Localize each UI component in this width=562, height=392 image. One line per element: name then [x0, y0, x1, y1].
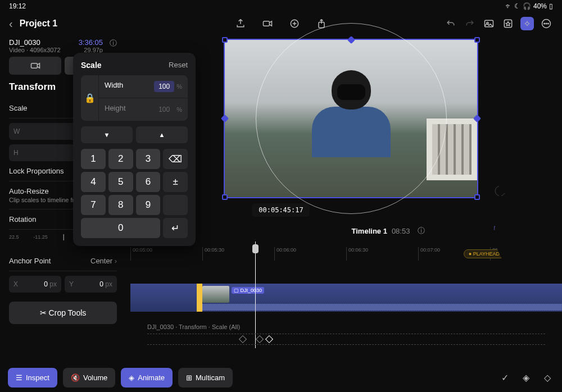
svg-point-10	[548, 23, 549, 24]
bottom-bar: ☰ Inspect 🔇 Volume ◈ Animate ⊞ Multicam …	[0, 363, 562, 392]
numeric-keypad: 1 2 3 ⌫ 4 5 6 ± 7 8 9 0 ↵	[81, 149, 188, 238]
wifi-icon: ᯤ	[505, 2, 512, 10]
photo-icon[interactable]	[482, 17, 496, 30]
undo-button[interactable]	[444, 17, 457, 30]
svg-line-13	[497, 195, 498, 195]
svg-line-22	[496, 188, 496, 189]
volume-button[interactable]: 🔇 Volume	[63, 368, 115, 388]
svg-line-24	[497, 187, 497, 188]
reset-button[interactable]: Reset	[169, 61, 188, 70]
key-0[interactable]: 0	[81, 218, 160, 238]
info-icon[interactable]: ⓘ	[110, 38, 117, 48]
handle-tl[interactable]	[222, 37, 228, 43]
timeline-info-icon[interactable]: ⓘ	[418, 226, 425, 236]
ai-button[interactable]	[520, 17, 534, 30]
key-2[interactable]: 2	[108, 149, 133, 169]
playhead-knob[interactable]	[252, 244, 259, 253]
lock-icon[interactable]: 🔒	[81, 75, 99, 121]
favorites-icon[interactable]	[501, 17, 515, 30]
anchor-row[interactable]: Anchor Point Center ›	[9, 251, 117, 271]
keyframe[interactable]	[239, 335, 247, 343]
camera-icon[interactable]	[261, 17, 274, 30]
key-1[interactable]: 1	[81, 149, 106, 169]
crop-tools-button[interactable]: ✂ Crop Tools	[9, 302, 117, 324]
increment-button[interactable]: ▲	[136, 126, 188, 143]
svg-line-12	[498, 195, 499, 197]
handle-tr[interactable]	[474, 37, 480, 43]
key-8[interactable]: 8	[108, 195, 133, 215]
handle-bl[interactable]	[222, 194, 228, 200]
redo-button	[463, 17, 477, 30]
decrement-button[interactable]: ▼	[81, 126, 133, 143]
svg-point-8	[544, 23, 545, 24]
svg-line-27	[504, 193, 505, 194]
svg-line-26	[498, 186, 499, 187]
svg-line-30	[502, 195, 503, 195]
inspect-button[interactable]: ☰ Inspect	[8, 368, 57, 388]
project-title: Project 1	[20, 19, 58, 29]
svg-line-29	[503, 194, 504, 195]
rotation-guide[interactable]	[256, 23, 447, 214]
keyframe-lane[interactable]: DJI_0030 · Transform · Scale (All)	[130, 320, 562, 346]
media-timecode: 3:36:05	[79, 38, 103, 47]
clip-label: ▢ DJI_0030	[232, 287, 264, 294]
diamond-icon[interactable]: ◈	[519, 371, 533, 384]
back-button[interactable]: ‹	[9, 17, 13, 30]
status-bar: 19:12 ᯤ ☾ 🎧 40% ▯	[0, 0, 562, 12]
svg-line-28	[504, 194, 504, 194]
scale-panel-title: Scale	[81, 61, 102, 70]
key-5[interactable]: 5	[108, 172, 133, 192]
anchor-y-field[interactable]: Y0 px	[65, 276, 117, 293]
svg-line-14	[497, 194, 497, 195]
svg-rect-0	[264, 21, 270, 26]
tab-video[interactable]	[9, 57, 61, 75]
svg-point-9	[546, 23, 547, 24]
clip-thumbnail[interactable]	[202, 286, 229, 303]
status-time: 19:12	[9, 2, 26, 10]
key-backspace[interactable]: ⌫	[163, 149, 188, 169]
key-enter[interactable]: ↵	[163, 218, 188, 238]
video-preview[interactable]	[224, 39, 478, 198]
anchor-x-field[interactable]: X0 px	[9, 276, 61, 293]
width-field[interactable]: Width 100%	[99, 75, 188, 98]
svg-rect-11	[31, 63, 37, 68]
svg-line-21	[495, 189, 496, 190]
keyframe-icon[interactable]: ◇	[541, 371, 554, 384]
key-3[interactable]: 3	[136, 149, 161, 169]
export-icon[interactable]	[234, 17, 247, 30]
key-6[interactable]: 6	[136, 172, 161, 192]
media-details: Video · 4096x3072	[9, 47, 61, 53]
battery-icon: ▯	[549, 2, 553, 10]
headphones-icon: 🎧	[523, 2, 531, 10]
media-name: DJI_0030	[9, 38, 61, 47]
keyframe[interactable]	[256, 335, 264, 343]
multicam-button[interactable]: ⊞ Multicam	[178, 368, 233, 388]
handle-br[interactable]	[474, 194, 480, 200]
key-plusminus[interactable]: ±	[163, 172, 188, 192]
more-icon[interactable]	[540, 17, 553, 30]
effects-icon[interactable]	[288, 17, 301, 30]
key-7[interactable]: 7	[81, 195, 106, 215]
svg-line-17	[495, 193, 496, 193]
height-field[interactable]: Height 100%	[99, 98, 188, 121]
timecode-display: 00:05:45:17	[252, 203, 310, 217]
svg-line-31	[502, 195, 502, 197]
animate-button[interactable]: ◈ Animate	[121, 368, 173, 388]
video-track[interactable]: ▢ DJI_0030	[130, 284, 562, 312]
keyframe-active[interactable]	[265, 335, 273, 343]
svg-line-25	[497, 186, 498, 187]
key-9[interactable]: 9	[136, 195, 161, 215]
svg-line-23	[496, 188, 497, 188]
check-icon[interactable]: ✓	[498, 371, 511, 384]
svg-line-15	[496, 194, 497, 194]
scale-panel: Scale Reset 🔒 Width 100% Height 100% ▼ ▲…	[73, 53, 196, 246]
top-bar: ‹ Project 1	[0, 12, 562, 35]
jog-wheel[interactable]: ✕	[495, 185, 562, 281]
svg-point-6	[526, 22, 529, 25]
key-blank	[163, 195, 188, 215]
key-4[interactable]: 4	[81, 172, 106, 192]
svg-line-16	[496, 193, 496, 194]
moon-icon: ☾	[514, 2, 520, 10]
battery-pct: 40%	[533, 2, 547, 10]
handle-l[interactable]	[221, 115, 229, 122]
